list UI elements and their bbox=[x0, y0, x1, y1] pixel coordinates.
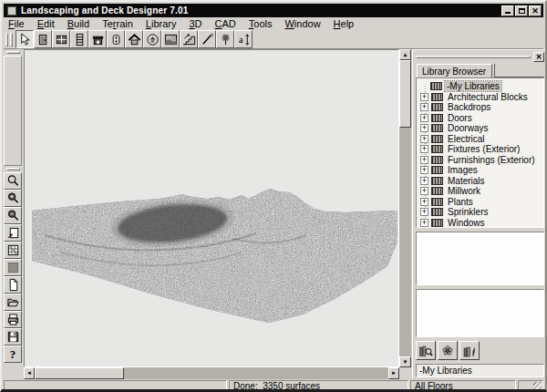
plant-library-button[interactable] bbox=[459, 341, 480, 360]
tree-item-sprinklers[interactable]: Sprinklers bbox=[420, 207, 543, 218]
terrain-3d-view[interactable] bbox=[24, 49, 399, 367]
tree-item-label: Millwork bbox=[446, 186, 482, 196]
library-search-button[interactable] bbox=[416, 341, 436, 360]
text-tool-button[interactable]: a bbox=[234, 30, 253, 48]
library-book-icon bbox=[431, 208, 443, 216]
expand-plus-icon[interactable] bbox=[420, 114, 428, 122]
panel-close-button[interactable]: ✕ bbox=[533, 52, 544, 62]
cad-line-tool-button[interactable] bbox=[198, 30, 216, 48]
tab-spacer bbox=[494, 64, 544, 77]
tree-item-materials[interactable]: Materials bbox=[420, 176, 543, 187]
menu-item-cad[interactable]: CAD bbox=[209, 18, 243, 29]
menu-item-3d[interactable]: 3D bbox=[182, 18, 208, 29]
library-book-icon bbox=[431, 166, 443, 174]
scroll-left-button[interactable]: ◄ bbox=[24, 367, 35, 379]
expand-plus-icon[interactable] bbox=[420, 103, 428, 111]
menu-item-window[interactable]: Window bbox=[278, 18, 326, 29]
tree-item-label: Backdrops bbox=[446, 102, 492, 112]
scroll-down-button[interactable]: ▼ bbox=[399, 356, 411, 367]
camera-view-tool-button[interactable] bbox=[143, 30, 161, 48]
terrain-tool-button[interactable] bbox=[161, 30, 180, 48]
vertical-scroll-thumb[interactable] bbox=[399, 60, 411, 128]
menu-item-library[interactable]: Library bbox=[139, 18, 183, 29]
plant-tool-button[interactable] bbox=[216, 30, 234, 48]
expand-plus-icon[interactable] bbox=[420, 198, 428, 206]
expand-plus-icon[interactable] bbox=[420, 166, 428, 174]
tree-item-images[interactable]: Images bbox=[420, 165, 543, 176]
tree-item-furnishings-exterior[interactable]: Furnishings (Exterior) bbox=[420, 155, 543, 166]
tree-item-plants[interactable]: Plants bbox=[420, 197, 543, 208]
library-tree: -My Libraries Architectural Blocks Backd… bbox=[416, 77, 544, 228]
expand-plus-icon[interactable] bbox=[420, 124, 428, 132]
vertical-scrollbar[interactable]: ▲ ▼ bbox=[399, 49, 411, 367]
tree-item-windows[interactable]: Windows bbox=[420, 218, 543, 229]
tree-item-fixtures-exterior[interactable]: Fixtures (Exterior) bbox=[420, 144, 543, 155]
save-tool-button[interactable] bbox=[4, 328, 22, 346]
toolbar-grip[interactable] bbox=[10, 33, 13, 46]
expand-plus-icon[interactable] bbox=[420, 208, 428, 216]
title-bar[interactable]: Landscaping and Deck Designer 7.01 ✕ bbox=[4, 4, 543, 17]
maximize-button[interactable] bbox=[515, 5, 528, 16]
menu-item-help[interactable]: Help bbox=[327, 18, 361, 29]
select-tool-button[interactable] bbox=[15, 30, 34, 48]
new-plan-tool-button[interactable] bbox=[4, 276, 22, 294]
toolbar-grip[interactable] bbox=[6, 168, 20, 170]
menu-item-tools[interactable]: Tools bbox=[243, 18, 279, 29]
help-tool-button[interactable]: ? bbox=[4, 346, 22, 363]
close-button[interactable]: ✕ bbox=[529, 5, 542, 16]
expand-plus-icon[interactable] bbox=[420, 187, 428, 195]
menu-item-file[interactable]: File bbox=[4, 18, 31, 29]
stairs-tool-button[interactable] bbox=[180, 30, 198, 48]
scroll-up-button[interactable]: ▲ bbox=[399, 49, 411, 60]
tree-item-doorways[interactable]: Doorways bbox=[420, 123, 543, 134]
fireplace-tool-button[interactable] bbox=[88, 30, 107, 48]
tree-item-label: -My Libraries bbox=[445, 81, 501, 91]
horizontal-scrollbar[interactable]: ◄ ► bbox=[24, 367, 399, 379]
panel-tabs: Library Browser bbox=[416, 63, 544, 77]
zoom-in-tool-button[interactable] bbox=[4, 190, 22, 207]
toolbar-grip[interactable] bbox=[6, 51, 20, 54]
outlet-icon bbox=[109, 33, 123, 46]
expand-plus-icon[interactable] bbox=[420, 177, 428, 185]
expand-plus-icon[interactable] bbox=[420, 93, 428, 101]
tree-item-my-libraries[interactable]: -My Libraries bbox=[420, 81, 543, 92]
toolbar-grip[interactable] bbox=[5, 33, 8, 46]
door-tool-button[interactable] bbox=[34, 30, 52, 48]
panel-grip[interactable]: ✕ bbox=[416, 52, 544, 62]
fill-window-tool-button[interactable] bbox=[4, 224, 22, 242]
tab-library-browser[interactable]: Library Browser bbox=[417, 64, 492, 77]
minimize-button[interactable] bbox=[501, 5, 514, 16]
tree-item-millwork[interactable]: Millwork bbox=[420, 186, 543, 197]
menu-item-build[interactable]: Build bbox=[61, 18, 96, 29]
books-plant-icon bbox=[462, 344, 477, 358]
menu-item-edit[interactable]: Edit bbox=[31, 18, 61, 29]
horizontal-scroll-thumb[interactable] bbox=[35, 367, 124, 379]
zoom-out-tool-button[interactable] bbox=[4, 207, 22, 224]
tree-item-doors[interactable]: Doors bbox=[420, 113, 543, 124]
expand-plus-icon[interactable] bbox=[420, 219, 428, 227]
scroll-right-button[interactable]: ► bbox=[388, 367, 399, 379]
door-icon bbox=[36, 33, 50, 46]
roof-tool-button[interactable] bbox=[125, 30, 143, 48]
expand-plus-icon[interactable] bbox=[420, 145, 428, 153]
app-icon[interactable] bbox=[7, 6, 16, 15]
tree-item-backdrops[interactable]: Backdrops bbox=[420, 102, 543, 113]
print-tool-button[interactable] bbox=[4, 311, 22, 328]
zoom-tool-button[interactable] bbox=[4, 172, 22, 190]
open-plan-tool-button[interactable] bbox=[4, 294, 22, 311]
outlet-tool-button[interactable] bbox=[107, 30, 125, 48]
color-tool-button[interactable] bbox=[4, 259, 22, 276]
window-tool-button[interactable] bbox=[52, 30, 70, 48]
cabinet-tool-button[interactable] bbox=[70, 30, 88, 48]
status-hint-panel bbox=[4, 380, 227, 392]
tree-item-electrical[interactable]: Electrical bbox=[420, 134, 543, 145]
magnifier-icon bbox=[6, 174, 20, 188]
menu-item-terrain[interactable]: Terrain bbox=[96, 18, 139, 29]
expand-plus-icon[interactable] bbox=[420, 156, 428, 164]
stairs-icon bbox=[182, 33, 196, 46]
plant-encyclopedia-button[interactable] bbox=[438, 341, 458, 360]
resize-grip[interactable] bbox=[533, 382, 542, 390]
tree-item-architectural-blocks[interactable]: Architectural Blocks bbox=[420, 92, 543, 103]
calculator-tool-button[interactable] bbox=[4, 242, 22, 259]
expand-plus-icon[interactable] bbox=[420, 135, 428, 143]
